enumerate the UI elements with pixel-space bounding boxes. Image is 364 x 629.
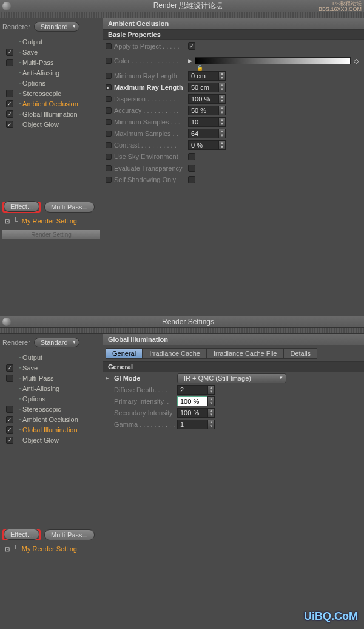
target-icon: ⊡ — [5, 218, 10, 225]
divider-bar[interactable]: Render Setting — [2, 229, 100, 239]
spinner[interactable]: ▲▼ — [218, 106, 226, 115]
enable-icon[interactable] — [106, 84, 112, 90]
expand-icon[interactable]: ▸ — [106, 374, 112, 382]
spinner[interactable]: ▲▼ — [218, 71, 226, 81]
contrast-input[interactable] — [188, 140, 218, 150]
checkbox-icon[interactable] — [6, 426, 13, 433]
watermark: PS教程论坛 BBS.16XX8.COM — [318, 1, 362, 12]
enable-icon[interactable] — [106, 43, 112, 49]
min-ray-input[interactable] — [188, 71, 218, 81]
spinner[interactable]: ▲▼ — [218, 117, 226, 127]
checkbox-icon[interactable] — [6, 49, 13, 56]
dispersion-input[interactable] — [188, 94, 218, 104]
prop-gi-mode: ▸ GI Mode IR + QMC (Still Image) — [103, 372, 364, 384]
tree-item-gi[interactable]: ├Global Illumination — [4, 424, 100, 435]
accuracy-input[interactable] — [188, 106, 218, 115]
tree-item-gi[interactable]: ├Global Illumination — [4, 109, 100, 119]
tree-item-antialiasing[interactable]: ├Anti-Aliasing — [4, 383, 100, 393]
spinner[interactable]: ▲▼ — [218, 129, 226, 138]
tab-details[interactable]: Details — [283, 348, 317, 359]
checkbox-icon[interactable] — [6, 416, 13, 423]
tree-item-options[interactable]: ├Options — [4, 78, 100, 88]
enable-icon[interactable] — [106, 96, 112, 102]
checkbox[interactable] — [188, 42, 195, 50]
renderer-dropdown[interactable]: Standard — [34, 338, 79, 347]
checkbox-icon[interactable] — [6, 59, 13, 66]
checkbox[interactable] — [188, 165, 195, 172]
preset-row[interactable]: ⊡ └ My Render Setting — [2, 544, 100, 554]
enable-icon[interactable] — [106, 165, 112, 171]
grip-bar[interactable] — [0, 12, 364, 18]
prop-accuracy: Accuracy . . . . . . . . . . ▲▼ — [103, 104, 364, 116]
spinner[interactable]: ▲▼ — [218, 140, 226, 150]
expand-icon[interactable]: ▶ — [188, 58, 192, 64]
tree-item-stereoscopic[interactable]: ├Stereoscopic — [4, 88, 100, 98]
prop-diffuse-depth: Diffuse Depth. . . . . ▲▼ — [103, 384, 364, 395]
titlebar[interactable]: Render Settings — [0, 316, 364, 328]
multipass-button[interactable]: Multi-Pass... — [44, 202, 95, 212]
tree-item-stereoscopic[interactable]: ├Stereoscopic — [4, 404, 100, 414]
checkbox-icon[interactable] — [6, 406, 13, 413]
enable-icon[interactable] — [106, 73, 112, 79]
tab-irradiance-cache-file[interactable]: Irradiance Cache File — [207, 348, 284, 359]
prop-color: Color . . . . . . . . . . . . . ▶ 🔓 — [103, 52, 364, 70]
spinner[interactable]: ▲▼ — [207, 420, 215, 429]
gi-mode-dropdown[interactable]: IR + QMC (Still Image) — [177, 373, 286, 383]
titlebar[interactable]: Render 思维设计论坛 — [0, 0, 364, 12]
tree-item-multipass[interactable]: ├Multi-Pass — [4, 373, 100, 383]
tree-item-output[interactable]: ├Output — [4, 36, 100, 47]
grip-bar[interactable] — [0, 328, 364, 334]
checkbox-icon[interactable] — [6, 90, 13, 97]
tree-item-objectglow[interactable]: └Object Glow — [4, 435, 100, 445]
tree-item-ao[interactable]: ├Ambient Occlusion — [4, 414, 100, 424]
checkbox[interactable] — [188, 176, 195, 183]
checkbox-icon[interactable] — [6, 121, 13, 128]
spinner[interactable]: ▲▼ — [218, 83, 226, 92]
tree-branch-icon: └ — [13, 217, 18, 225]
spinner[interactable]: ▲▼ — [207, 408, 215, 418]
enable-icon[interactable] — [106, 142, 112, 148]
tree-item-antialiasing[interactable]: ├Anti-Aliasing — [4, 67, 100, 78]
logo-watermark: UiBQ.CoM — [304, 610, 358, 623]
tree-item-multipass[interactable]: ├Multi-Pass — [4, 57, 100, 67]
spinner[interactable]: ▲▼ — [207, 396, 215, 406]
checkbox-icon[interactable] — [6, 364, 13, 372]
enable-icon[interactable] — [106, 131, 112, 137]
color-gradient[interactable]: 🔓 — [195, 57, 351, 64]
max-ray-input[interactable] — [188, 83, 218, 92]
diffuse-depth-input[interactable] — [177, 385, 207, 395]
checkbox[interactable] — [188, 153, 195, 160]
prop-min-ray: Minimum Ray Length ▲▼ — [103, 70, 364, 81]
checkbox-icon[interactable] — [6, 100, 13, 107]
tree-item-ao[interactable]: ├Ambient Occlusion — [4, 98, 100, 109]
tab-general[interactable]: General — [106, 348, 143, 359]
preset-row[interactable]: ⊡ └ My Render Setting — [2, 216, 100, 226]
min-samples-input[interactable] — [188, 117, 218, 127]
effect-button[interactable]: Effect... — [4, 201, 39, 212]
spinner[interactable]: ▲▼ — [207, 385, 215, 395]
enable-icon[interactable] — [106, 154, 112, 160]
spinner[interactable]: ▲▼ — [218, 94, 226, 104]
enable-icon[interactable] — [106, 177, 112, 183]
checkbox-icon[interactable] — [6, 437, 13, 444]
checkbox-icon[interactable] — [6, 375, 13, 382]
tree-item-save[interactable]: ├Save — [4, 362, 100, 373]
prop-min-samples: Minimum Samples . . . ▲▼ — [103, 116, 364, 127]
primary-intensity-input[interactable] — [177, 396, 207, 406]
target-icon: ⊡ — [5, 546, 10, 552]
gamma-input[interactable] — [177, 420, 207, 429]
enable-icon[interactable] — [106, 107, 112, 114]
renderer-dropdown[interactable]: Standard — [34, 22, 79, 32]
tree-item-output[interactable]: ├Output — [4, 352, 100, 362]
tree-item-options[interactable]: ├Options — [4, 393, 100, 404]
multipass-button[interactable]: Multi-Pass... — [44, 529, 95, 540]
enable-icon[interactable] — [106, 58, 112, 64]
checkbox-icon[interactable] — [6, 110, 13, 118]
secondary-intensity-input[interactable] — [177, 408, 207, 418]
tab-irradiance-cache[interactable]: Irradiance Cache — [143, 348, 207, 359]
max-samples-input[interactable] — [188, 129, 218, 138]
tree-item-save[interactable]: ├Save — [4, 47, 100, 57]
enable-icon[interactable] — [106, 119, 112, 125]
effect-button[interactable]: Effect... — [4, 529, 39, 540]
tree-item-objectglow[interactable]: └Object Glow — [4, 119, 100, 129]
